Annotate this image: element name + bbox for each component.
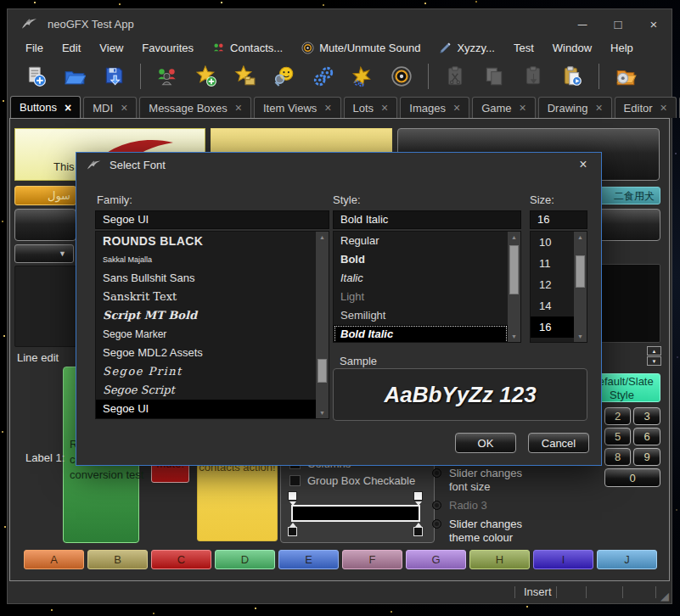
tab-images[interactable]: Images× — [400, 97, 469, 118]
tab-close-icon[interactable]: × — [324, 101, 331, 115]
key-2[interactable]: 2 — [604, 407, 631, 425]
menu-item-edit[interactable]: Edit — [53, 38, 90, 57]
tab-close-icon[interactable]: × — [65, 101, 71, 115]
tab-game[interactable]: Game× — [472, 97, 536, 118]
size-scrollbar[interactable]: ▲ ▼ — [574, 232, 587, 342]
menu-item-window[interactable]: Window — [543, 38, 601, 57]
key-8[interactable]: 8 — [604, 448, 631, 466]
style-item-bold[interactable]: Bold — [334, 250, 508, 269]
dark-button-left[interactable] — [14, 209, 76, 241]
tab-item-views[interactable]: Item Views× — [254, 97, 341, 118]
family-item-sans-bullshit-sans[interactable]: Sans Bullshit Sans — [96, 269, 316, 288]
style-scrollbar[interactable]: ▲ ▼ — [508, 232, 520, 342]
menu-item-test[interactable]: Test — [504, 38, 543, 57]
tab-close-icon[interactable]: × — [121, 101, 127, 115]
mute-sound-button[interactable] — [384, 60, 419, 92]
style-item-italic[interactable]: Italic — [334, 269, 508, 288]
save-button[interactable] — [96, 60, 132, 92]
key-9[interactable]: 9 — [633, 448, 660, 466]
scroll-thumb[interactable] — [318, 359, 327, 383]
gradient-bar[interactable] — [291, 505, 420, 522]
groupbox-checkable-row[interactable]: Group Box Checkable — [289, 474, 415, 487]
menu-item-help[interactable]: Help — [601, 38, 643, 57]
scroll-up-icon[interactable]: ▲ — [508, 232, 520, 243]
radio-radio-3[interactable]: Radio 3 — [432, 499, 487, 512]
key-0[interactable]: 0 — [604, 468, 660, 487]
gradient-handle-bottom-left[interactable] — [288, 527, 297, 536]
scroll-down-icon[interactable]: ▼ — [316, 407, 329, 418]
tab-close-icon[interactable]: × — [381, 101, 388, 115]
new-document-button[interactable] — [18, 60, 53, 92]
family-scrollbar[interactable]: ▲ ▼ — [316, 232, 329, 418]
spin-up-button[interactable]: ▲ — [647, 346, 661, 356]
menu-item-contacts[interactable]: Contacts... — [203, 38, 292, 57]
key-6[interactable]: 6 — [633, 428, 660, 445]
tab-lots[interactable]: Lots× — [344, 97, 398, 118]
cd-folder-button[interactable] — [608, 60, 643, 92]
menu-item-file[interactable]: File — [16, 38, 53, 57]
contacts-button[interactable] — [149, 60, 185, 92]
size-item-14[interactable]: 14 — [531, 295, 574, 316]
style-item-regular[interactable]: Regular — [334, 232, 508, 250]
xyzzy-plug-button[interactable] — [345, 60, 380, 92]
tab-close-icon[interactable]: × — [520, 101, 526, 115]
resize-grip[interactable]: ◢ — [660, 591, 669, 602]
gears-button[interactable] — [306, 60, 341, 92]
family-input[interactable]: Segoe UI — [95, 210, 329, 229]
tab-close-icon[interactable]: × — [595, 101, 602, 115]
gradient-handle-top-left[interactable] — [288, 491, 297, 501]
bottom-button-h[interactable]: H — [469, 550, 530, 569]
tab-mdi[interactable]: MDI× — [83, 97, 137, 118]
bottom-button-a[interactable]: A — [24, 550, 84, 569]
copy-button[interactable] — [476, 60, 512, 92]
menu-item-favourites[interactable]: Favourites — [132, 38, 203, 57]
size-item-10[interactable]: 10 — [531, 232, 574, 253]
tab-message-boxes[interactable]: Message Boxes× — [139, 97, 251, 118]
cancel-button[interactable]: Cancel — [528, 433, 589, 453]
tab-close-icon[interactable]: × — [453, 101, 460, 115]
family-item-script-mt-bold[interactable]: Script MT Bold — [96, 306, 316, 325]
bottom-button-e[interactable]: E — [278, 550, 339, 569]
bottom-button-i[interactable]: I — [533, 550, 593, 569]
bottom-button-f[interactable]: F — [342, 550, 402, 569]
search-emoticon-button[interactable] — [267, 60, 302, 92]
family-item-segoe-marker[interactable]: Segoe Marker — [96, 325, 316, 344]
bottom-button-g[interactable]: G — [406, 550, 466, 569]
paste-special-button[interactable] — [554, 60, 590, 92]
key-3[interactable]: 3 — [633, 407, 660, 425]
minimize-button[interactable]: ─ — [565, 9, 600, 38]
scroll-thumb[interactable] — [576, 255, 585, 288]
style-item-semilight[interactable]: Semilight — [334, 306, 508, 325]
organize-favourites-button[interactable] — [228, 60, 263, 92]
tab-drawing[interactable]: Drawing× — [538, 97, 612, 118]
cut-button[interactable] — [437, 60, 473, 92]
key-5[interactable]: 5 — [604, 428, 631, 445]
family-item-rounds-black[interactable]: ROUNDS BLACK — [96, 232, 316, 250]
style-item-light[interactable]: Light — [334, 288, 508, 306]
size-item-11[interactable]: 11 — [531, 253, 574, 274]
menu-item-xyzzy[interactable]: Xyzzy... — [430, 38, 504, 57]
scroll-up-icon[interactable]: ▲ — [574, 232, 587, 243]
scroll-down-icon[interactable]: ▼ — [508, 331, 520, 342]
left-dark-panel[interactable] — [14, 266, 76, 347]
scroll-up-icon[interactable]: ▲ — [316, 232, 329, 243]
family-item-segoe-print[interactable]: Segoe Print — [96, 362, 316, 381]
open-folder-button[interactable] — [57, 60, 93, 92]
close-button[interactable]: × — [636, 9, 672, 38]
titlebar[interactable]: neoGFX Test App ─ □ × — [8, 9, 672, 38]
radio-slider-changes-font-size[interactable]: Slider changesfont size — [432, 467, 522, 494]
family-item-segoe-ui[interactable]: Segoe UI — [96, 400, 316, 418]
family-item-segoe-mdl2-assets[interactable]: Segoe MDL2 Assets — [96, 344, 316, 362]
tab-close-icon[interactable]: × — [235, 101, 242, 115]
tab-close-icon[interactable]: × — [660, 101, 667, 115]
menu-item-view[interactable]: View — [90, 38, 132, 57]
size-item-16[interactable]: 16 — [531, 316, 574, 338]
gradient-handle-top-right[interactable] — [413, 491, 423, 501]
bottom-button-b[interactable]: B — [87, 550, 148, 569]
family-item-sanskrit-text[interactable]: Sanskrit Text — [96, 288, 316, 306]
spin-down-button[interactable]: ▼ — [647, 356, 661, 366]
paste-button[interactable] — [515, 60, 551, 92]
style-input[interactable]: Bold Italic — [333, 210, 521, 229]
tab-buttons[interactable]: Buttons× — [10, 96, 81, 118]
menu-item-mute-unmute-sound[interactable]: Mute/Unmute Sound — [292, 38, 430, 57]
